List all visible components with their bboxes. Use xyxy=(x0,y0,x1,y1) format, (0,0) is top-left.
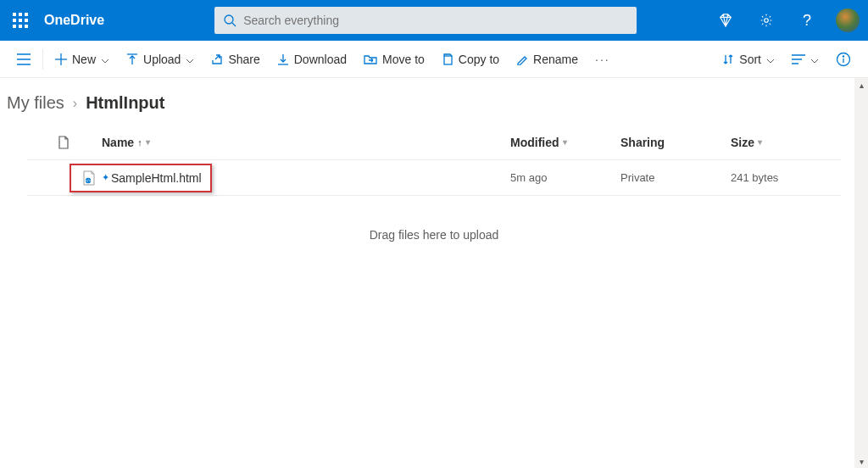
column-size-label: Size xyxy=(731,136,754,149)
waffle-icon xyxy=(13,13,28,28)
hamburger-menu-button[interactable] xyxy=(8,41,39,78)
upload-label: Upload xyxy=(143,53,181,66)
svg-point-0 xyxy=(225,15,233,24)
breadcrumb-root[interactable]: My files xyxy=(7,93,64,113)
info-button[interactable] xyxy=(827,41,860,78)
plus-icon xyxy=(55,53,67,65)
avatar xyxy=(836,8,860,32)
column-modified-label: Modified xyxy=(510,136,559,149)
rename-button[interactable]: Rename xyxy=(508,41,587,78)
table-header: Name ↑ ▾ Modified ▾ Sharing Size ▾ xyxy=(27,125,841,160)
new-label: New xyxy=(72,53,96,66)
column-header-size[interactable]: Size ▾ xyxy=(731,136,841,149)
sort-button[interactable]: Sort xyxy=(714,41,783,78)
html-file-icon: </> xyxy=(76,170,102,186)
chevron-down-icon xyxy=(810,53,819,66)
chevron-down-icon xyxy=(186,53,194,66)
search-icon xyxy=(223,14,236,27)
column-header-name[interactable]: Name ↑ ▾ xyxy=(102,136,510,149)
ellipsis-icon: ··· xyxy=(595,53,610,66)
account-button[interactable] xyxy=(827,0,868,41)
app-name[interactable]: OneDrive xyxy=(41,13,116,28)
file-name[interactable]: SampleHtml.html xyxy=(111,171,202,185)
svg-text:</>: </> xyxy=(86,179,92,183)
column-name-label: Name xyxy=(102,136,134,149)
rename-icon xyxy=(516,53,528,65)
upload-icon xyxy=(126,53,138,65)
move-to-button[interactable]: Move to xyxy=(355,41,433,78)
scrollbar[interactable]: ▴ ▾ xyxy=(854,78,868,468)
info-icon xyxy=(836,52,851,67)
chevron-down-icon: ▾ xyxy=(146,137,150,147)
chevron-down-icon xyxy=(766,53,775,66)
chevron-right-icon: › xyxy=(73,96,77,111)
copy-to-button[interactable]: Copy to xyxy=(433,41,508,78)
gear-icon xyxy=(759,13,774,28)
svg-point-19 xyxy=(843,55,843,56)
question-icon: ? xyxy=(803,12,811,30)
chevron-down-icon: ▾ xyxy=(563,137,567,147)
breadcrumb-current: HtmlInput xyxy=(86,93,164,113)
chevron-down-icon xyxy=(101,53,109,66)
file-size: 241 bytes xyxy=(731,171,841,184)
settings-button[interactable] xyxy=(746,0,787,41)
column-header-type[interactable] xyxy=(58,136,102,149)
scroll-down-icon[interactable]: ▾ xyxy=(854,454,868,468)
view-options-button[interactable] xyxy=(783,41,827,78)
search-input[interactable] xyxy=(243,14,628,27)
move-to-icon xyxy=(364,53,377,65)
upload-button[interactable]: Upload xyxy=(118,41,203,78)
diamond-icon xyxy=(718,13,733,28)
download-label: Download xyxy=(294,53,347,66)
column-sharing-label: Sharing xyxy=(620,136,665,149)
new-button[interactable]: New xyxy=(47,41,118,78)
file-sharing: Private xyxy=(620,171,731,184)
download-icon xyxy=(277,53,289,65)
copy-to-label: Copy to xyxy=(459,53,499,66)
chevron-down-icon: ▾ xyxy=(758,137,762,147)
premium-button[interactable] xyxy=(705,0,746,41)
help-button[interactable]: ? xyxy=(787,0,827,41)
more-commands-button[interactable]: ··· xyxy=(587,41,619,78)
sort-ascending-icon: ↑ xyxy=(137,137,142,148)
svg-line-1 xyxy=(232,23,236,26)
column-header-sharing[interactable]: Sharing xyxy=(620,136,731,149)
share-button[interactable]: Share xyxy=(203,41,268,78)
file-type-icon xyxy=(58,136,70,149)
new-badge-icon: ✦ xyxy=(102,172,109,183)
table-row[interactable]: </> ✦ SampleHtml.html 5m ago Private 241… xyxy=(27,160,841,196)
rename-label: Rename xyxy=(533,53,578,66)
svg-point-2 xyxy=(765,19,769,23)
breadcrumb: My files › HtmlInput xyxy=(0,78,868,125)
share-label: Share xyxy=(228,53,259,66)
file-modified: 5m ago xyxy=(510,171,620,184)
app-launcher-button[interactable] xyxy=(0,0,41,41)
copy-to-icon xyxy=(442,53,453,65)
download-button[interactable]: Download xyxy=(269,41,355,78)
sort-label: Sort xyxy=(739,53,761,66)
column-header-modified[interactable]: Modified ▾ xyxy=(510,136,620,149)
hamburger-icon xyxy=(17,53,31,65)
search-box[interactable] xyxy=(214,7,637,34)
scroll-up-icon[interactable]: ▴ xyxy=(854,78,868,92)
move-to-label: Move to xyxy=(382,53,425,66)
drag-hint: Drag files here to upload xyxy=(0,228,868,242)
sort-icon xyxy=(722,53,734,65)
share-icon xyxy=(211,53,223,65)
svg-rect-13 xyxy=(444,56,452,64)
list-view-icon xyxy=(792,53,805,65)
